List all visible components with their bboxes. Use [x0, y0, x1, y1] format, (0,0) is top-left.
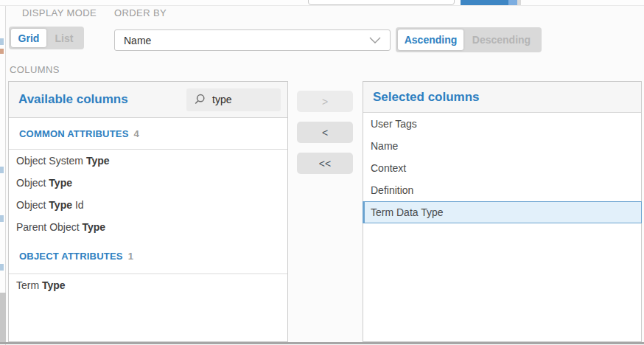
selected-column-item[interactable]: Name	[363, 135, 641, 157]
move-all-left-button[interactable]: <<	[297, 153, 353, 174]
page-edge-text-fragment	[0, 264, 4, 271]
available-column-item[interactable]: Object System Type	[9, 150, 287, 172]
search-icon	[194, 94, 206, 105]
group-count: 4	[134, 128, 139, 139]
move-right-button[interactable]: >	[297, 91, 353, 112]
group-name: COMMON ATTRIBUTES	[19, 128, 129, 139]
column-settings-panel: DISPLAY MODE GridList ORDER BY Name Asce…	[0, 0, 644, 345]
available-columns-search-input[interactable]: type	[186, 88, 281, 111]
group-name: OBJECT ATTRIBUTES	[19, 251, 123, 262]
selected-column-item[interactable]: Definition	[363, 179, 641, 201]
page-edge-text-fragment	[0, 167, 4, 173]
attribute-group-header: COMMON ATTRIBUTES4	[9, 118, 287, 150]
available-column-item[interactable]: Term Type	[9, 274, 287, 296]
order-by-select[interactable]: Name	[114, 29, 391, 51]
available-columns-title: Available columns	[18, 92, 128, 107]
available-column-item[interactable]: Object Type Id	[9, 194, 287, 216]
display-mode-list-option[interactable]: List	[46, 29, 82, 47]
attribute-group-header: OBJECT ATTRIBUTES1	[9, 238, 287, 274]
selected-columns-header: Selected columns	[363, 82, 641, 113]
selected-columns-title: Selected columns	[373, 90, 480, 105]
page-edge-text-fragment	[0, 49, 4, 54]
selected-column-item[interactable]: Term Data Type	[363, 201, 642, 223]
global-search-input[interactable]	[308, 0, 455, 5]
sort-ascending-option[interactable]: Ascending	[398, 29, 463, 50]
display-mode-label: DISPLAY MODE	[22, 7, 97, 18]
search-value: type	[212, 94, 231, 105]
display-mode-grid-option[interactable]: Grid	[11, 29, 46, 47]
selected-columns-list: User TagsNameContextDefinitionTerm Data …	[363, 113, 641, 223]
available-columns-list: COMMON ATTRIBUTES4Object System TypeObje…	[9, 118, 287, 296]
selected-column-item[interactable]: Context	[363, 157, 641, 179]
horizontal-scrollbar[interactable]	[0, 342, 644, 344]
search-button-caret[interactable]	[508, 0, 517, 6]
selected-columns-panel: Selected columns User TagsNameContextDef…	[363, 81, 642, 342]
move-left-button[interactable]: <	[297, 122, 353, 143]
selected-column-item[interactable]: User Tags	[363, 113, 641, 135]
top-strip-stub	[517, 0, 521, 6]
available-column-item[interactable]: Object Type	[9, 172, 287, 194]
chevron-down-icon	[369, 37, 381, 43]
available-columns-header: Available columns type	[9, 82, 287, 118]
order-by-value: Name	[124, 35, 151, 46]
left-scrollbar[interactable]	[0, 293, 6, 342]
page-edge-decoration	[0, 0, 6, 345]
page-edge-text-fragment	[0, 38, 4, 45]
page-edge-text-fragment	[0, 215, 4, 222]
available-column-item[interactable]: Parent Object Type	[9, 216, 287, 238]
display-mode-toggle: GridList	[9, 27, 84, 49]
group-count: 1	[128, 251, 133, 262]
search-button[interactable]	[461, 0, 508, 6]
sort-descending-option[interactable]: Descending	[463, 29, 539, 50]
available-columns-panel: Available columns type COMMON ATTRIBUTES…	[8, 81, 288, 342]
order-by-label: ORDER BY	[114, 7, 167, 18]
sort-direction-toggle: AscendingDescending	[396, 27, 542, 52]
top-cropped-strip	[0, 0, 644, 6]
columns-section-label: COLUMNS	[10, 64, 60, 75]
